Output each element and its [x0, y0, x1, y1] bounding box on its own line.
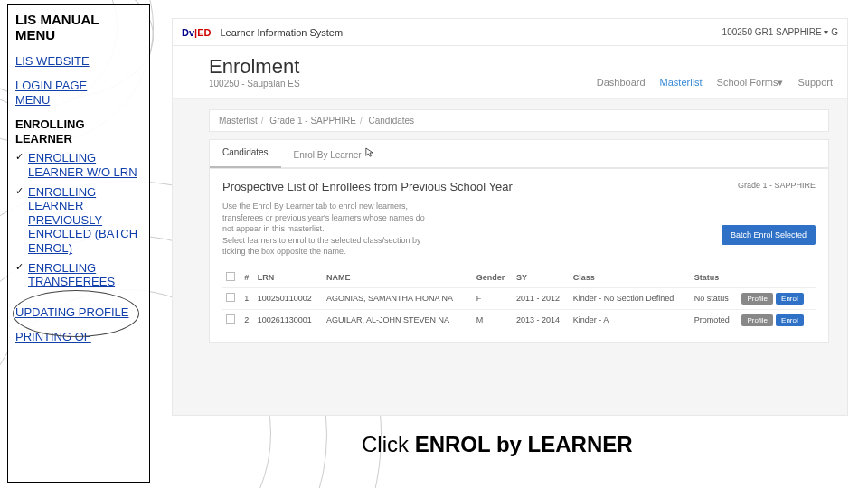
side-title: LIS MANUAL MENU [15, 12, 142, 43]
tab-enrol-label: Enrol By Learner [294, 150, 362, 160]
col-check[interactable] [222, 267, 241, 287]
batch-enrol-button[interactable]: Batch Enrol Selected [722, 225, 816, 245]
col-name: NAME [323, 267, 473, 287]
logo-part1: Dv [182, 27, 194, 38]
nav-dashboard[interactable]: Dashboard [597, 77, 646, 89]
link-lis-website[interactable]: LIS WEBSITE [15, 54, 142, 69]
nav-support[interactable]: Support [797, 77, 833, 89]
school-sub: 100250 - Saupalan ES [209, 79, 300, 89]
link-menu[interactable]: MENU [15, 93, 142, 108]
section-enrolling-learner: ENROLLING LEARNER [15, 117, 142, 145]
row-checkbox[interactable] [226, 314, 235, 324]
link-printing[interactable]: PRINTING OF [15, 330, 142, 344]
col-num: # [241, 267, 254, 287]
link-enrol-transferees[interactable]: ENROLLING TRANSFEREES [28, 261, 142, 289]
col-gender: Gender [473, 267, 513, 287]
list-item: ENROLLING LEARNER PREVIOUSLY ENROLLED (B… [15, 185, 142, 256]
panel-section: Grade 1 - SAPPHIRE [738, 181, 816, 190]
crumb-masterlist[interactable]: Masterlist [219, 116, 258, 126]
col-sy: SY [513, 267, 570, 287]
link-enrol-prev[interactable]: ENROLLING LEARNER PREVIOUSLY ENROLLED (B… [28, 185, 142, 256]
page-title: Enrolment [209, 55, 300, 79]
cursor-icon [365, 147, 374, 158]
logo-part2: |ED [194, 27, 211, 38]
page-header: Enrolment 100250 - Saupalan ES Dashboard… [173, 46, 847, 99]
tabs-container: Candidates Enrol By Learner [209, 139, 829, 168]
col-class: Class [570, 267, 691, 287]
enrolling-sublist: ENROLLING LEARNER W/O LRN ENROLLING LEAR… [15, 151, 142, 288]
side-panel: LIS MANUAL MENU LIS WEBSITE LOGIN PAGE M… [7, 4, 150, 483]
user-menu[interactable]: 100250 GR1 SAPPHIRE ▾ G [722, 27, 838, 37]
nav-masterlist[interactable]: Masterlist [660, 77, 703, 89]
tab-enrol-by-learner[interactable]: Enrol By Learner [281, 140, 388, 167]
instruction-bold: ENROL by LEARNER [415, 432, 633, 456]
link-enrol-wo-lrn[interactable]: ENROLLING LEARNER W/O LRN [28, 151, 142, 179]
profile-button[interactable]: Profile [741, 314, 773, 326]
link-updating-profile[interactable]: UPDATING PROFILE [15, 305, 142, 320]
row-checkbox[interactable] [226, 293, 235, 302]
nav-school-forms[interactable]: School Forms▾ [717, 77, 784, 89]
crumb-candidates: Candidates [369, 116, 415, 126]
app-screenshot: Dv|ED Learner Information System 100250 … [172, 18, 848, 416]
enrollees-table: # LRN NAME Gender SY Class Status 1 1002… [222, 267, 816, 331]
col-status: Status [691, 267, 739, 287]
panel-hint: Use the Enrol By Learner tab to enrol ne… [222, 201, 503, 258]
panel-body: Prospective List of Enrollees from Previ… [209, 168, 829, 343]
list-item: ENROLLING LEARNER W/O LRN [15, 151, 142, 179]
instruction-pre: Click [362, 432, 415, 456]
table-row: 2 100261130001 AGUILAR, AL-JOHN STEVEN N… [222, 309, 816, 331]
tab-candidates[interactable]: Candidates [210, 140, 281, 168]
col-lrn: LRN [254, 267, 323, 287]
instruction-text: Click ENROL by LEARNER [362, 432, 633, 457]
breadcrumb: Masterlist/ Grade 1 - SAPPHIRE/ Candidat… [209, 109, 829, 132]
enrol-button[interactable]: Enrol [776, 314, 804, 326]
link-login-page[interactable]: LOGIN PAGE [15, 79, 142, 93]
panel-title: Prospective List of Enrollees from Previ… [222, 180, 816, 193]
list-item: ENROLLING TRANSFEREES [15, 261, 142, 289]
app-topbar: Dv|ED Learner Information System 100250 … [173, 19, 847, 46]
profile-button[interactable]: Profile [741, 293, 773, 305]
app-title: Learner Information System [220, 27, 343, 38]
enrol-button[interactable]: Enrol [776, 293, 804, 305]
table-row: 1 100250110002 AGONIAS, SAMANTHA FIONA N… [222, 287, 816, 309]
crumb-grade[interactable]: Grade 1 - SAPPHIRE [269, 116, 356, 126]
